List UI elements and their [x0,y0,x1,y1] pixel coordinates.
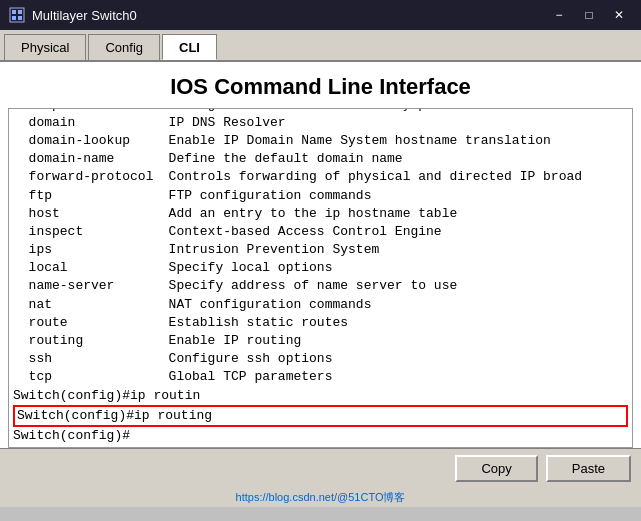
page-title: IOS Command Line Interface [0,62,641,108]
title-bar: Multilayer Switch0 − □ ✕ [0,0,641,30]
cli-line-routing: routingEnable IP routing [13,332,628,350]
tab-config[interactable]: Config [88,34,160,60]
window-controls: − □ ✕ [545,4,633,26]
watermark: https://blog.csdn.net/@51CTO博客 [0,488,641,507]
svg-rect-4 [18,16,22,20]
tab-cli[interactable]: CLI [162,34,217,60]
cli-line-domain: domainIP DNS Resolver [13,114,628,132]
cli-line-nat: natNAT configuration commands [13,296,628,314]
maximize-button[interactable]: □ [575,4,603,26]
close-button[interactable]: ✕ [605,4,633,26]
cli-line-ftp: ftpFTP configuration commands [13,187,628,205]
cli-line-domain-lookup: domain-lookupEnable IP Domain Name Syste… [13,132,628,150]
tab-physical[interactable]: Physical [4,34,86,60]
paste-button[interactable]: Paste [546,455,631,482]
cli-line-ssh: sshConfigure ssh options [13,350,628,368]
cli-line-host: hostAdd an entry to the ip hostname tabl… [13,205,628,223]
cli-input-line[interactable]: Switch(config)# [13,427,628,445]
cli-line-ips: ipsIntrusion Prevention System [13,241,628,259]
main-area: IOS Command Line Interface Switch(config… [0,62,641,448]
cli-container[interactable]: Switch(config)#ip ? access-listNamed acc… [8,108,633,448]
app-icon [8,6,26,24]
cli-line-forward-protocol: forward-protocolControls forwarding of p… [13,168,628,186]
window-title: Multilayer Switch0 [32,8,545,23]
minimize-button[interactable]: − [545,4,573,26]
cli-line-ip-routin: Switch(config)#ip routin [13,387,628,405]
bottom-bar: Copy Paste [0,448,641,488]
cli-line-route: routeEstablish static routes [13,314,628,332]
cli-line-name-server: name-serverSpecify address of name serve… [13,277,628,295]
cli-line-tcp: tcpGlobal TCP parameters [13,368,628,386]
cli-line-domain-name: domain-nameDefine the default domain nam… [13,150,628,168]
svg-rect-2 [18,10,22,14]
copy-button[interactable]: Copy [455,455,537,482]
cli-line-inspect: inspectContext-based Access Control Engi… [13,223,628,241]
tab-bar: Physical Config CLI [0,30,641,62]
cli-line-local: localSpecify local options [13,259,628,277]
svg-rect-3 [12,16,16,20]
cli-line-highlighted: Switch(config)#ip routing [13,405,628,427]
cli-scroll-area[interactable]: Switch(config)#ip ? access-listNamed acc… [9,109,632,447]
svg-rect-1 [12,10,16,14]
